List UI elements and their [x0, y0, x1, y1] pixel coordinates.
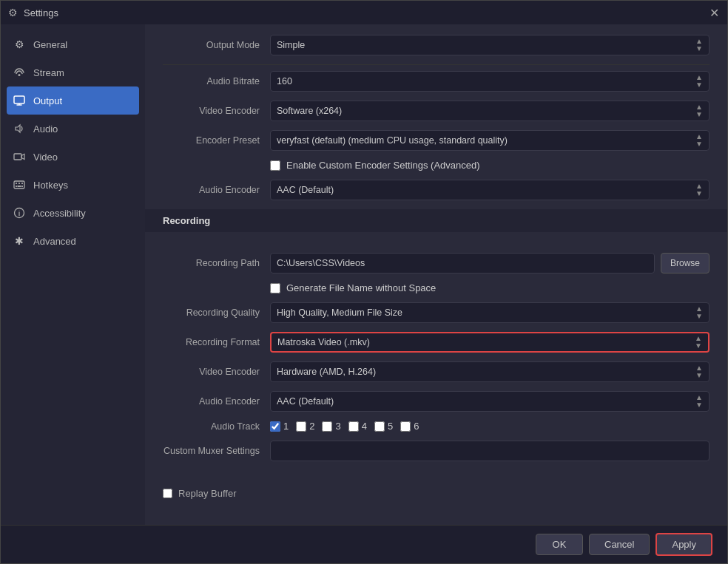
content-area: ⚙ General Stream — [1, 24, 727, 525]
custom-muxer-control — [270, 441, 710, 461]
svg-rect-9 — [21, 186, 23, 187]
recording-format-arrow: ▲▼ — [695, 335, 702, 350]
recording-path-label: Recording Path — [163, 258, 270, 268]
advanced-icon: ✱ — [13, 234, 26, 248]
replay-buffer-checkbox[interactable] — [163, 489, 172, 498]
track-4-label: 4 — [362, 421, 367, 432]
cancel-button[interactable]: Cancel — [589, 534, 650, 555]
rec-video-encoder-label: Video Encoder — [163, 367, 270, 377]
video-icon — [13, 150, 26, 163]
audio-bitrate-control: 160 ▲▼ — [270, 71, 710, 92]
custom-muxer-row: Custom Muxer Settings — [163, 441, 710, 461]
output-mode-section: Output Mode Simple ▲▼ Audio Bitrate 160 — [145, 24, 727, 200]
titlebar: ⚙ Settings ✕ — [1, 1, 727, 24]
sidebar-item-advanced[interactable]: ✱ Advanced — [1, 227, 145, 255]
track-3: 3 — [322, 421, 340, 432]
audio-track-control: 1 2 3 4 — [270, 421, 710, 432]
svg-rect-2 — [14, 154, 21, 160]
window-icon: ⚙ — [8, 7, 18, 18]
svg-rect-7 — [16, 186, 17, 187]
audio-track-row: Audio Track 1 2 — [163, 421, 710, 432]
sidebar-item-video[interactable]: Video — [1, 143, 145, 171]
settings-window: ⚙ Settings ✕ ⚙ General Stream — [0, 0, 728, 564]
recording-section: Recording Path Browse Generate File Name… — [145, 241, 727, 482]
recording-format-label: Recording Format — [163, 337, 270, 347]
recording-path-input[interactable] — [270, 253, 655, 273]
sidebar-item-output[interactable]: Output — [7, 86, 139, 115]
rec-audio-encoder-select[interactable]: AAC (Default) ▲▼ — [270, 391, 710, 412]
rec-video-encoder-control: Hardware (AMD, H.264) ▲▼ — [270, 361, 710, 382]
output-mode-arrow: ▲▼ — [695, 38, 703, 52]
sidebar-item-audio[interactable]: Audio — [1, 115, 145, 143]
footer: OK Cancel Apply — [1, 525, 727, 563]
svg-rect-4 — [16, 183, 17, 184]
track-5-checkbox[interactable] — [374, 421, 385, 432]
ok-button[interactable]: OK — [536, 534, 583, 555]
video-encoder-row: Video Encoder Software (x264) ▲▼ — [163, 101, 710, 121]
rec-video-encoder-row: Video Encoder Hardware (AMD, H.264) ▲▼ — [163, 361, 710, 382]
audio-track-label: Audio Track — [163, 421, 270, 432]
recording-format-control: Matroska Video (.mkv) ▲▼ — [270, 332, 710, 353]
output-mode-row: Output Mode Simple ▲▼ — [163, 35, 710, 55]
track-5: 5 — [374, 421, 393, 432]
close-button[interactable]: ✕ — [708, 7, 720, 18]
recording-format-row: Recording Format Matroska Video (.mkv) ▲… — [163, 332, 710, 353]
apply-button[interactable]: Apply — [655, 533, 712, 556]
recording-path-row: Recording Path Browse — [163, 253, 710, 273]
sidebar-item-general[interactable]: ⚙ General — [1, 30, 145, 58]
svg-point-0 — [18, 74, 21, 76]
recording-section-header: Recording — [145, 209, 727, 232]
svg-rect-5 — [18, 183, 20, 184]
rec-audio-encoder-arrow: ▲▼ — [695, 394, 703, 409]
recording-path-control: Browse — [270, 253, 710, 273]
track-3-checkbox[interactable] — [322, 421, 332, 432]
encoder-preset-arrow: ▲▼ — [695, 133, 703, 148]
video-encoder-select[interactable]: Software (x264) ▲▼ — [270, 101, 710, 121]
recording-quality-arrow: ▲▼ — [695, 305, 703, 320]
track-6: 6 — [400, 421, 419, 432]
output-mode-select[interactable]: Simple ▲▼ — [270, 35, 710, 55]
recording-quality-row: Recording Quality High Quality, Medium F… — [163, 302, 710, 323]
window-title: Settings — [24, 7, 58, 18]
track-2-checkbox[interactable] — [296, 421, 306, 432]
audio-bitrate-arrow: ▲▼ — [695, 74, 703, 89]
svg-rect-3 — [14, 181, 24, 188]
hotkeys-icon — [13, 178, 26, 191]
custom-muxer-input[interactable] — [270, 441, 710, 461]
output-icon — [13, 94, 26, 107]
streaming-audio-encoder-select[interactable]: AAC (Default) ▲▼ — [270, 180, 710, 200]
replay-buffer-row: Replay Buffer — [145, 482, 727, 505]
recording-format-select[interactable]: Matroska Video (.mkv) ▲▼ — [270, 332, 710, 353]
audio-bitrate-select[interactable]: 160 ▲▼ — [270, 71, 710, 92]
video-encoder-arrow: ▲▼ — [695, 103, 703, 118]
encoder-preset-label: Encoder Preset — [163, 135, 270, 146]
sidebar: ⚙ General Stream — [1, 24, 145, 525]
sidebar-item-stream[interactable]: Stream — [1, 58, 145, 86]
sidebar-item-hotkeys[interactable]: Hotkeys — [1, 171, 145, 199]
track-3-label: 3 — [335, 421, 340, 432]
track-4-checkbox[interactable] — [348, 421, 359, 432]
audio-tracks-group: 1 2 3 4 — [270, 421, 419, 432]
audio-bitrate-label: Audio Bitrate — [163, 76, 270, 86]
custom-encoder-row: Enable Custom Encoder Settings (Advanced… — [270, 160, 710, 171]
audio-bitrate-row: Audio Bitrate 160 ▲▼ — [163, 71, 710, 92]
track-2-label: 2 — [309, 421, 314, 432]
video-encoder-control: Software (x264) ▲▼ — [270, 101, 710, 121]
track-1: 1 — [270, 421, 289, 432]
browse-button[interactable]: Browse — [661, 253, 710, 273]
track-1-checkbox[interactable] — [270, 421, 280, 432]
recording-quality-select[interactable]: High Quality, Medium File Size ▲▼ — [270, 302, 710, 323]
stream-icon — [13, 66, 26, 79]
encoder-preset-select[interactable]: veryfast (default) (medium CPU usage, st… — [270, 130, 710, 151]
generate-filename-checkbox[interactable] — [270, 283, 280, 293]
custom-muxer-label: Custom Muxer Settings — [163, 446, 270, 456]
recording-quality-control: High Quality, Medium File Size ▲▼ — [270, 302, 710, 323]
encoder-preset-row: Encoder Preset veryfast (default) (mediu… — [163, 130, 710, 151]
custom-encoder-checkbox[interactable] — [270, 160, 280, 171]
encoder-preset-control: veryfast (default) (medium CPU usage, st… — [270, 130, 710, 151]
rec-video-encoder-select[interactable]: Hardware (AMD, H.264) ▲▼ — [270, 361, 710, 382]
main-content: Output Mode Simple ▲▼ Audio Bitrate 160 — [145, 24, 727, 525]
sidebar-item-accessibility[interactable]: i Accessibility — [1, 199, 145, 227]
track-6-checkbox[interactable] — [400, 421, 411, 432]
track-6-label: 6 — [414, 421, 419, 432]
